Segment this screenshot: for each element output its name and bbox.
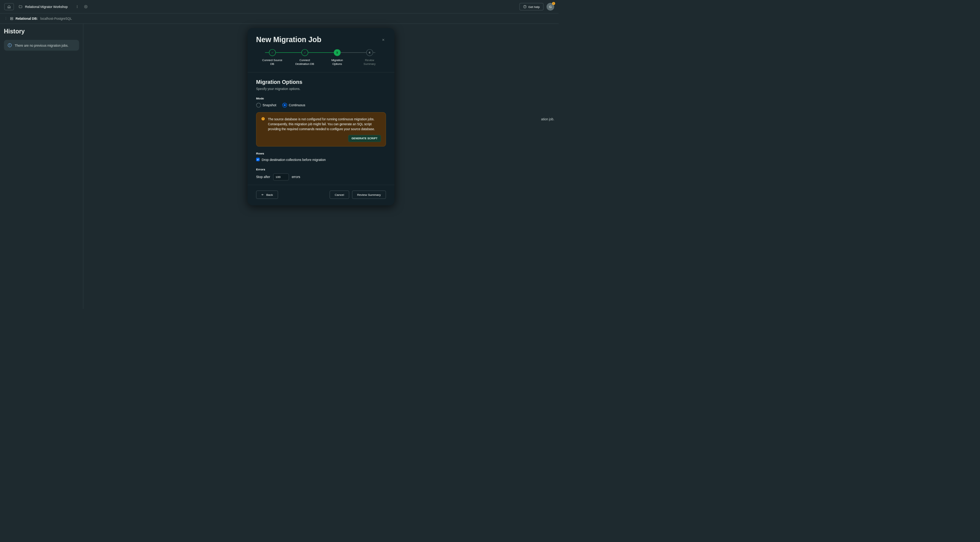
- review-summary-button[interactable]: Review Summary: [352, 191, 386, 199]
- history-title: History: [4, 28, 79, 35]
- relational-db-value: localhost-PostgreSQL: [40, 17, 72, 21]
- mode-snapshot-radio[interactable]: Snapshot: [256, 103, 276, 108]
- get-help-button[interactable]: Get help: [520, 3, 544, 10]
- empty-history-info: i There are no previous migration jobs.: [4, 40, 79, 51]
- gear-icon: [84, 5, 88, 8]
- step-label: Review Summary: [359, 58, 380, 66]
- check-icon: [304, 51, 306, 54]
- rows-label: Rows: [256, 151, 386, 155]
- stepper: Connect Source DB Connect Destination DB…: [247, 49, 395, 72]
- new-migration-job-modal: New Migration Job Connect Source DB: [247, 28, 395, 205]
- warning-text: The source database is not configured fo…: [268, 117, 381, 131]
- main-content: ation job. New Migration Job: [83, 24, 558, 309]
- relational-db-label: Relational DB:: [16, 17, 38, 21]
- notification-badge-icon: !: [552, 2, 555, 5]
- errors-suffix: errors: [292, 175, 300, 179]
- svg-point-3: [85, 6, 86, 7]
- settings-button[interactable]: [82, 3, 89, 10]
- step-label: Connect Destination DB: [294, 58, 315, 66]
- back-label: Back: [266, 193, 273, 196]
- more-vertical-icon: [75, 5, 79, 8]
- stop-after-input[interactable]: [273, 174, 289, 180]
- errors-label: Errors: [256, 167, 386, 171]
- radio-icon: [282, 103, 287, 108]
- check-icon: [271, 51, 274, 54]
- svg-point-2: [77, 7, 78, 8]
- drop-collections-checkbox[interactable]: Drop destination collections before migr…: [256, 158, 386, 161]
- info-icon: i: [8, 43, 12, 47]
- get-help-label: Get help: [528, 5, 540, 8]
- step-review-summary: 4 Review Summary: [353, 49, 386, 66]
- more-button[interactable]: [74, 3, 81, 10]
- checkbox-label: Drop destination collections before migr…: [262, 158, 326, 161]
- avatar-initial: G: [549, 5, 552, 8]
- close-button[interactable]: [380, 37, 386, 43]
- folder-icon: [19, 5, 22, 8]
- mode-label: Mode: [256, 97, 386, 100]
- step-label: Migration Options: [326, 58, 348, 66]
- connection-bar: ⋮ Relational DB: localhost-PostgreSQL: [0, 13, 558, 24]
- home-button[interactable]: [4, 3, 14, 10]
- section-title: Migration Options: [256, 79, 386, 85]
- help-icon: [523, 5, 527, 8]
- modal-backdrop: New Migration Job Connect Source DB: [83, 24, 558, 309]
- close-icon: [382, 38, 385, 41]
- svg-rect-11: [263, 118, 263, 119]
- step-connect-destination: Connect Destination DB: [289, 49, 321, 66]
- generate-script-button[interactable]: GENERATE SCRIPT: [348, 135, 381, 142]
- radio-label: Snapshot: [262, 103, 276, 107]
- mode-continuous-radio[interactable]: Continuous: [282, 103, 305, 108]
- radio-label: Continuous: [289, 103, 305, 107]
- step-connect-source: Connect Source DB: [256, 49, 289, 66]
- arrow-left-icon: [261, 193, 264, 196]
- top-bar: Relational Migrator Workshop Get help G …: [0, 0, 558, 13]
- step-migration-options: 3 Migration Options: [321, 49, 353, 66]
- home-icon: [7, 5, 11, 8]
- empty-history-text: There are no previous migration jobs.: [15, 43, 68, 47]
- radio-icon: [256, 103, 261, 108]
- cancel-button[interactable]: Cancel: [329, 191, 349, 199]
- step-label: Connect Source DB: [261, 58, 283, 66]
- stop-after-label: Stop after: [256, 175, 270, 179]
- warning-icon: [261, 117, 265, 121]
- avatar[interactable]: G !: [547, 3, 554, 11]
- history-panel: History i There are no previous migratio…: [0, 24, 83, 309]
- step-number: 3: [334, 49, 340, 56]
- svg-point-1: [77, 6, 78, 7]
- svg-point-0: [77, 5, 78, 6]
- section-subtitle: Specify your migration options.: [256, 87, 386, 91]
- back-button[interactable]: Back: [256, 191, 278, 199]
- warning-box: The source database is not configured fo…: [256, 112, 386, 147]
- modal-title: New Migration Job: [256, 35, 321, 44]
- project-title: Relational Migrator Workshop: [25, 5, 67, 9]
- checkbox-icon: [256, 158, 259, 161]
- database-icon: [10, 17, 13, 20]
- step-number: 4: [366, 49, 373, 56]
- drag-handle-icon[interactable]: ⋮: [4, 16, 8, 21]
- svg-rect-12: [263, 120, 263, 120]
